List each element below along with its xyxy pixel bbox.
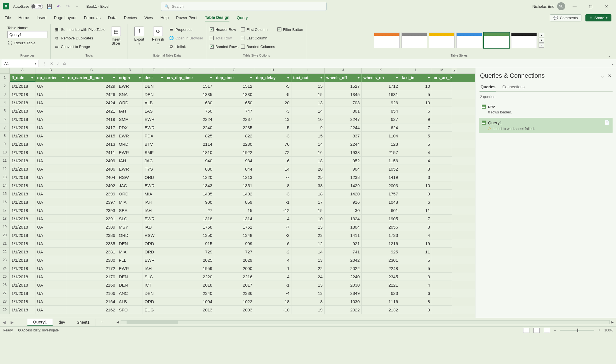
cell[interactable]: 2424 [66,99,117,107]
cell[interactable]: 2162 [66,306,117,314]
tab-view[interactable]: View [144,14,153,21]
cell[interactable]: 900 [165,198,214,206]
cell[interactable]: -6 [254,239,291,248]
cell[interactable]: DEN [143,82,165,90]
cell[interactable]: 2381 [66,248,117,256]
cell[interactable]: IAH [117,157,143,165]
sheet-nav-next[interactable]: ▶ [8,320,16,325]
cell[interactable]: -7 [254,223,291,231]
cell[interactable]: 2042 [325,256,362,264]
cell[interactable] [432,181,452,190]
cell[interactable]: 8 [254,181,291,190]
cell[interactable]: 4 [400,281,432,289]
cell[interactable]: 623 [362,289,400,297]
cell[interactable]: 1/1/2018 [10,140,35,148]
formula-expand-button[interactable]: ⌄ [609,61,616,66]
cell[interactable]: 1/1/2018 [10,297,35,306]
cell[interactable]: EWR [117,264,143,273]
cell[interactable]: 5 [400,264,432,273]
cell[interactable]: 10 [400,99,432,107]
cell[interactable]: 2025 [165,256,214,264]
comments-button[interactable]: 💬Comments [550,14,581,21]
row-header[interactable]: 28 [0,297,10,306]
pane-collapse-button[interactable]: ⌄ [601,73,604,79]
cell[interactable]: DEN [143,90,165,99]
cell[interactable] [432,148,452,157]
cell[interactable]: 1419 [362,173,400,181]
cell[interactable]: 2391 [66,215,117,223]
filter-dropdown-icon[interactable] [31,77,33,79]
cell[interactable]: 2417 [66,123,117,132]
cell[interactable]: 921 [325,239,362,248]
name-box[interactable]: A1▾ [2,60,39,67]
cell[interactable]: 25 [291,173,325,181]
zoom-level[interactable]: 100% [604,328,613,332]
cell[interactable]: 10 [400,181,432,190]
row-header[interactable]: 18 [0,215,10,223]
table-header-cell[interactable]: dep_delay [254,74,291,82]
cell[interactable]: 1/1/2018 [10,256,35,264]
table-header-cell[interactable]: origin [117,74,143,82]
cell[interactable]: 1216 [362,239,400,248]
cell[interactable]: 2168 [66,281,117,289]
cell[interactable]: 1/1/2018 [10,132,35,140]
cell[interactable]: 1/1/2018 [10,181,35,190]
cell[interactable]: 925 [362,248,400,256]
cell[interactable]: ORD [117,231,143,239]
hscroll-thumb[interactable] [127,321,178,324]
cell[interactable]: 1758 [165,223,214,231]
cell[interactable]: 1/1/2018 [10,198,35,206]
cell[interactable]: 837 [325,132,362,140]
column-header[interactable]: D [117,68,143,73]
cell[interactable]: UA [35,165,66,173]
cell[interactable]: 1104 [362,132,400,140]
cell[interactable]: UA [35,256,66,264]
cell[interactable]: EWR [143,115,165,123]
tab-home[interactable]: Home [19,14,29,21]
column-header[interactable]: H [254,68,291,73]
cell[interactable] [432,99,452,107]
cell[interactable]: 1512 [214,82,254,90]
cell[interactable]: SNA [117,90,143,99]
cell[interactable]: -2 [254,231,291,239]
cell[interactable]: 801 [325,107,362,115]
hscroll-right-icon[interactable]: ▶ [611,320,614,325]
cell[interactable]: UA [35,90,66,99]
row-header[interactable]: 19 [0,223,10,231]
cell[interactable]: 11 [400,206,432,215]
cell[interactable]: 1402 [214,190,254,198]
cell[interactable]: 3 [400,165,432,173]
cell[interactable]: 7 [400,215,432,223]
cell[interactable] [432,281,452,289]
cell[interactable]: SMF [117,115,143,123]
cell[interactable]: 1/1/2018 [10,90,35,99]
cell[interactable]: 1/1/2018 [10,264,35,273]
cell[interactable]: 2240 [165,123,214,132]
cell[interactable]: 2380 [66,256,117,264]
styles-more-button[interactable]: ≡ [539,43,544,48]
row-header[interactable]: 17 [0,206,10,215]
cell[interactable]: UA [35,107,66,115]
cell[interactable]: DEN [117,239,143,248]
cell[interactable]: 2003 [362,181,400,190]
filter-button-checkbox[interactable]: Filter Button [277,26,303,33]
table-style-green[interactable] [484,33,509,48]
cell[interactable]: 630 [165,99,214,107]
row-header[interactable]: 25 [0,273,10,281]
cell[interactable]: 2017 [214,281,254,289]
cell[interactable]: 1905 [362,215,400,223]
insert-slicer-button[interactable]: ▤Insert Slicer [108,25,124,47]
cell[interactable]: 825 [165,132,214,140]
cell[interactable]: 1004 [165,297,214,306]
cell[interactable]: 1/1/2018 [10,190,35,198]
cell[interactable]: 13 [291,223,325,231]
table-header-cell[interactable]: dest [143,74,165,82]
cell[interactable]: 76 [254,140,291,148]
cell[interactable]: EWR [143,215,165,223]
cell[interactable]: 2244 [325,140,362,148]
cell[interactable]: 2230 [214,140,254,148]
last-column-checkbox[interactable]: Last Column [241,34,275,42]
refresh-button[interactable]: ⟳Refresh▾ [150,25,166,47]
cell[interactable]: 2172 [66,264,117,273]
search-input[interactable]: 🔍 Search [161,2,327,11]
